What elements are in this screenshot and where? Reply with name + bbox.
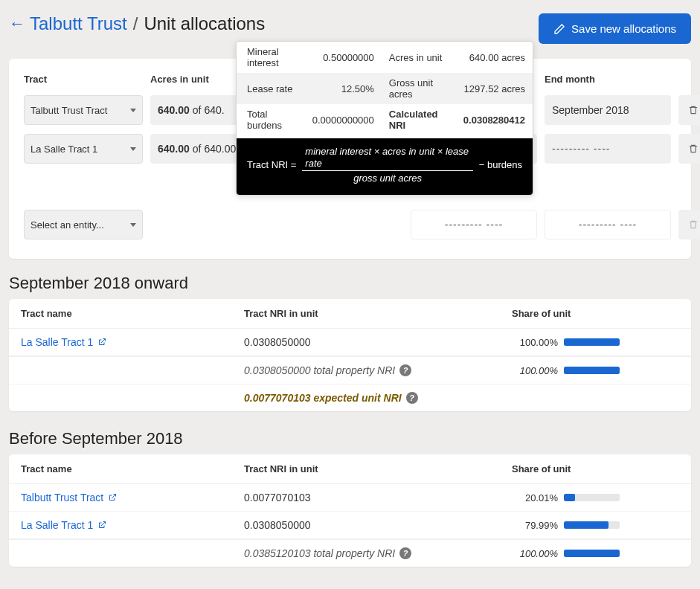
help-icon[interactable]: ?: [406, 392, 418, 404]
formula-rhs: − burdens: [479, 159, 522, 170]
tract-link[interactable]: La Salle Tract 1: [21, 519, 244, 531]
nri-cell: 0.0077070103: [244, 492, 512, 503]
total-nri-text: 0.0385120103 total property NRI: [244, 547, 395, 559]
trash-icon: [688, 219, 699, 231]
delete-row-button[interactable]: [678, 95, 700, 125]
end-month-value: September 2018: [552, 104, 629, 116]
trash-icon: [688, 143, 699, 155]
help-icon[interactable]: ?: [399, 547, 411, 559]
tooltip-tb-value: 0.0000000000: [305, 104, 382, 138]
col-name: Tract name: [21, 463, 244, 474]
table-row: Talbutt Trust Tract 0.0077070103 20.01%: [9, 484, 691, 512]
tooltip-aiu-label: Acres in unit: [382, 42, 456, 73]
share-pct: 20.01%: [512, 492, 564, 503]
tooltip-mi-label: Mineral interest: [237, 42, 305, 73]
tract-select-value: La Salle Tract 1: [30, 144, 97, 155]
formula-fraction: mineral interest × acres in unit × lease…: [302, 146, 472, 184]
section-title-onward: September 2018 onward: [0, 274, 700, 299]
tooltip-gua-label: Gross unit acres: [382, 73, 456, 104]
table-header: Tract name Tract NRI in unit Share of un…: [9, 299, 691, 329]
tract-select[interactable]: La Salle Tract 1: [24, 134, 143, 164]
col-share: Share of unit: [512, 463, 679, 474]
col-nri: Tract NRI in unit: [244, 463, 512, 474]
external-link-icon: [97, 338, 106, 347]
breadcrumb-back-link[interactable]: ← Talbutt Trust: [9, 13, 127, 34]
tooltip-mi-value: 0.50000000: [305, 42, 382, 73]
share-pct-total: 100.00%: [512, 365, 564, 376]
acres-value: 640.00: [158, 104, 190, 116]
tract-select-placeholder: Select an entity...: [30, 219, 104, 231]
tooltip-cn-label: Calculated NRI: [382, 104, 456, 138]
breadcrumb-link-text: Talbutt Trust: [30, 13, 127, 34]
share-pct-total: 100.00%: [512, 548, 564, 559]
alloc-row-empty: Select an entity... --------- ---- -----…: [9, 205, 691, 244]
page-title: Unit allocations: [144, 13, 265, 34]
share-pct: 100.00%: [512, 337, 564, 348]
table-row-expected: 0.0077070103 expected unit NRI ?: [9, 384, 691, 411]
share-bar: [564, 521, 620, 529]
tract-select[interactable]: Talbutt Trust Tract: [24, 95, 143, 125]
tract-select-value: Talbutt Trust Tract: [30, 105, 107, 116]
formula-bar: Tract NRI = mineral interest × acres in …: [237, 138, 533, 195]
total-nri-text: 0.0308050000 total property NRI: [244, 364, 395, 376]
share-bar: [564, 494, 620, 501]
arrow-left-icon: ←: [9, 14, 25, 33]
tract-link-text: La Salle Tract 1: [21, 519, 93, 531]
tract-link[interactable]: La Salle Tract 1: [21, 336, 244, 348]
trash-icon: [688, 104, 699, 116]
end-month-field[interactable]: --------- ----: [545, 134, 671, 164]
help-icon[interactable]: ?: [399, 364, 411, 376]
tract-link-text: Talbutt Trust Tract: [21, 492, 103, 503]
tract-select-empty[interactable]: Select an entity...: [24, 210, 143, 239]
formula-lhs: Tract NRI =: [247, 159, 296, 170]
end-month-field[interactable]: September 2018: [545, 95, 671, 125]
acres-value: 640.00: [158, 143, 190, 155]
formula-numerator: mineral interest × acres in unit × lease…: [302, 146, 472, 171]
start-month-value: --------- ----: [445, 219, 504, 231]
allocations-card: Mineral interest 0.50000000 Acres in uni…: [9, 59, 691, 259]
nri-tooltip: Mineral interest 0.50000000 Acres in uni…: [236, 41, 533, 196]
chevron-down-icon: [130, 147, 136, 151]
chevron-down-icon: [130, 223, 136, 227]
end-month-field[interactable]: --------- ----: [545, 210, 671, 239]
breadcrumb-separator: /: [133, 13, 138, 34]
tract-link[interactable]: Talbutt Trust Tract: [21, 492, 244, 503]
tooltip-tb-label: Total burdens: [237, 104, 305, 138]
delete-row-button[interactable]: [678, 134, 700, 164]
external-link-icon: [97, 521, 106, 530]
col-nri: Tract NRI in unit: [244, 308, 512, 319]
external-link-icon: [108, 493, 117, 502]
save-button-label: Save new allocations: [571, 22, 676, 35]
nri-cell: 0.0308050000: [244, 336, 512, 348]
share-pct: 79.99%: [512, 520, 564, 531]
table-row-summary: 0.0385120103 total property NRI ? 100.00…: [9, 539, 691, 567]
nri-field-blank[interactable]: [284, 210, 403, 239]
acres-field-blank[interactable]: [150, 210, 277, 239]
nri-cell: 0.0308050000: [244, 519, 512, 531]
chevron-down-icon: [130, 109, 136, 112]
table-onward: Tract name Tract NRI in unit Share of un…: [9, 299, 691, 411]
expected-nri-cell: 0.0077070103 expected unit NRI ?: [244, 392, 512, 404]
tooltip-lr-value: 12.50%: [305, 73, 382, 104]
share-bar: [564, 338, 620, 346]
total-nri-cell: 0.0385120103 total property NRI ?: [244, 547, 512, 559]
end-month-value: --------- ----: [579, 219, 638, 231]
expected-nri-text: 0.0077070103 expected unit NRI: [244, 392, 402, 404]
start-month-field[interactable]: --------- ----: [411, 210, 537, 239]
tooltip-aiu-value: 640.00 acres: [456, 42, 533, 73]
table-before: Tract name Tract NRI in unit Share of un…: [9, 454, 691, 567]
col-tract: Tract: [24, 74, 143, 85]
tooltip-gua-value: 1297.52 acres: [456, 73, 533, 104]
table-row: La Salle Tract 1 0.0308050000 100.00%: [9, 329, 691, 356]
tooltip-cn-value: 0.0308280412: [456, 104, 533, 138]
save-button[interactable]: Save new allocations: [539, 13, 691, 44]
end-month-value: --------- ----: [552, 143, 611, 155]
col-end-month: End month: [545, 74, 671, 85]
formula-denominator: gross unit acres: [353, 171, 422, 184]
table-header: Tract name Tract NRI in unit Share of un…: [9, 454, 691, 484]
share-bar: [564, 550, 620, 557]
tooltip-lr-label: Lease rate: [237, 73, 305, 104]
table-row: La Salle Tract 1 0.0308050000 79.99%: [9, 512, 691, 539]
col-share: Share of unit: [512, 308, 679, 319]
pencil-icon: [553, 23, 565, 35]
